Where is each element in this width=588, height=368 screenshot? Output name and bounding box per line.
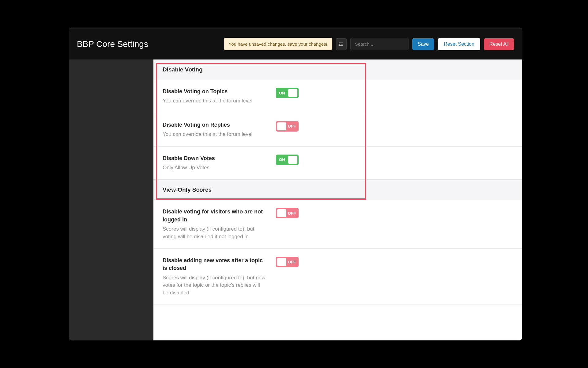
row-label: Disable Voting on Topics You can overrid… [163, 88, 267, 105]
toggle-handle [277, 122, 286, 130]
toggle-disable-voting-replies[interactable]: OFF [276, 121, 299, 132]
sidebar [69, 59, 153, 340]
toggle-handle [288, 89, 297, 97]
reset-all-button[interactable]: Reset All [484, 38, 514, 50]
row-control: ON [267, 88, 299, 98]
row-title: Disable Voting on Replies [163, 121, 267, 129]
row-description: Scores will display (if configured to), … [163, 274, 267, 297]
setting-row-disable-voting-topics: Disable Voting on Topics You can overrid… [153, 80, 522, 113]
toggle-disable-voting-closed[interactable]: OFF [276, 257, 299, 267]
setting-row-disable-voting-guests: Disable voting for visitors who are not … [153, 200, 522, 249]
top-bar: BBP Core Settings You have unsaved chang… [69, 28, 522, 59]
row-control: OFF [267, 121, 299, 132]
page-title: BBP Core Settings [77, 39, 148, 49]
section-heading: Disable Voting [153, 59, 522, 80]
row-title: Disable adding new votes after a topic i… [163, 257, 267, 272]
save-button[interactable]: Save [412, 38, 434, 50]
row-label: Disable Down Votes Only Allow Up Votes [163, 155, 267, 172]
row-control: ON [267, 155, 299, 165]
setting-row-disable-voting-closed: Disable adding new votes after a topic i… [153, 249, 522, 305]
toggle-disable-down-votes[interactable]: ON [276, 155, 299, 165]
section-disable-voting: Disable Voting Disable Voting on Topics … [153, 59, 522, 180]
toggle-handle [277, 209, 286, 217]
row-description: You can override this at the forum level [163, 131, 267, 138]
row-description: Only Allow Up Votes [163, 164, 267, 172]
setting-row-disable-down-votes: Disable Down Votes Only Allow Up Votes O… [153, 147, 522, 180]
section-heading: View-Only Scores [153, 180, 522, 200]
unsaved-changes-notice: You have unsaved changes, save your chan… [224, 38, 332, 50]
body-area: Disable Voting Disable Voting on Topics … [69, 59, 522, 340]
row-label: Disable Voting on Replies You can overri… [163, 121, 267, 138]
row-control: OFF [267, 208, 299, 218]
indent-icon [338, 41, 344, 47]
row-title: Disable voting for visitors who are not … [163, 208, 267, 223]
row-title: Disable Voting on Topics [163, 88, 267, 95]
search-input[interactable] [350, 38, 409, 50]
collapse-sidebar-button[interactable] [336, 38, 347, 50]
toggle-off-label: OFF [288, 260, 296, 264]
toggle-off-label: OFF [288, 124, 296, 128]
section-view-only-scores: View-Only Scores Disable voting for visi… [153, 180, 522, 305]
settings-window: BBP Core Settings You have unsaved chang… [69, 28, 522, 340]
toggle-on-label: ON [279, 91, 285, 95]
toggle-on-label: ON [279, 157, 285, 162]
toggle-disable-voting-topics[interactable]: ON [276, 88, 299, 98]
toggle-handle [277, 258, 286, 266]
row-control: OFF [267, 257, 299, 267]
row-description: You can override this at the forum level [163, 97, 267, 105]
setting-row-disable-voting-replies: Disable Voting on Replies You can overri… [153, 113, 522, 147]
row-description: Scores will display (if configured to), … [163, 225, 267, 240]
row-label: Disable voting for visitors who are not … [163, 208, 267, 240]
reset-section-button[interactable]: Reset Section [438, 38, 480, 50]
row-title: Disable Down Votes [163, 155, 267, 162]
main-content: Disable Voting Disable Voting on Topics … [153, 59, 522, 340]
toggle-disable-voting-guests[interactable]: OFF [276, 208, 299, 218]
row-label: Disable adding new votes after a topic i… [163, 257, 267, 297]
toggle-off-label: OFF [288, 211, 296, 216]
toggle-handle [288, 156, 297, 164]
